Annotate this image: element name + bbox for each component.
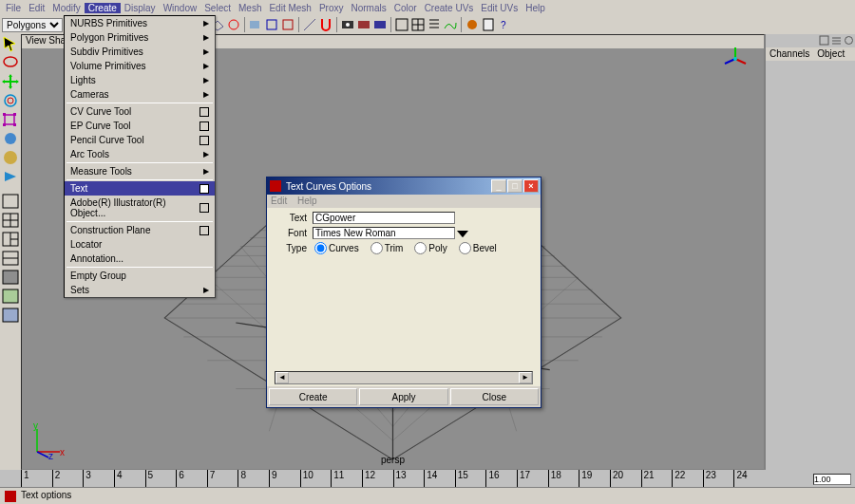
soft-tool-icon[interactable] bbox=[1, 149, 20, 166]
layer-icon[interactable] bbox=[831, 35, 842, 46]
menu-window[interactable]: Window bbox=[160, 3, 201, 13]
channel-icon[interactable] bbox=[819, 35, 829, 46]
timeline-frame[interactable]: 9 bbox=[269, 470, 300, 487]
object-tab[interactable]: Object bbox=[817, 48, 845, 60]
layout4-icon[interactable] bbox=[410, 17, 426, 32]
view6-icon[interactable] bbox=[1, 288, 20, 305]
timeline-frame[interactable]: 17 bbox=[517, 470, 548, 487]
type-radio-trim[interactable]: Trim bbox=[370, 242, 404, 254]
ipr-icon[interactable] bbox=[356, 17, 371, 32]
menu-item-pencil-curve-tool[interactable]: Pencil Curve Tool bbox=[65, 133, 215, 147]
timeline-frame[interactable]: 15 bbox=[455, 470, 486, 487]
menu-item-cameras[interactable]: Cameras▶ bbox=[65, 87, 215, 102]
history-icon[interactable] bbox=[248, 17, 263, 32]
move-tool-icon[interactable] bbox=[1, 73, 20, 90]
menu-create[interactable]: Create bbox=[85, 3, 121, 13]
view3-icon[interactable] bbox=[1, 231, 20, 248]
view-compass-icon[interactable] bbox=[721, 45, 750, 73]
timeline-frame[interactable]: 3 bbox=[83, 470, 114, 487]
attr-icon[interactable] bbox=[844, 35, 854, 46]
timeline-frame[interactable]: 22 bbox=[672, 470, 703, 487]
timeline-frame[interactable]: 12 bbox=[362, 470, 393, 487]
menu-select[interactable]: Select bbox=[200, 3, 235, 13]
outliner-icon[interactable] bbox=[427, 17, 442, 32]
timeline-frame[interactable]: 5 bbox=[145, 470, 177, 487]
dialog-hscrollbar[interactable]: ◄ ► bbox=[275, 371, 533, 384]
menu-item-text[interactable]: Text bbox=[65, 181, 215, 196]
option-box-icon[interactable] bbox=[200, 107, 209, 117]
scroll-right-icon[interactable]: ► bbox=[519, 372, 532, 383]
menu-help[interactable]: Help bbox=[522, 3, 549, 13]
menu-item-measure-tools[interactable]: Measure Tools▶ bbox=[65, 164, 215, 178]
menu-mesh[interactable]: Mesh bbox=[235, 3, 265, 13]
time-slider[interactable]: 123456789101112131415161718192021222324 bbox=[21, 470, 765, 487]
timeline-frame[interactable]: 2 bbox=[52, 470, 84, 487]
timeline-frame[interactable]: 6 bbox=[176, 470, 207, 487]
menu-proxy[interactable]: Proxy bbox=[315, 3, 348, 13]
timeline-frame[interactable]: 23 bbox=[703, 470, 734, 487]
type-radio-poly[interactable]: Poly bbox=[414, 242, 446, 254]
rotate-tool-icon[interactable] bbox=[1, 92, 20, 109]
four-view-icon[interactable] bbox=[1, 212, 20, 229]
timeline-frame[interactable]: 7 bbox=[207, 470, 238, 487]
menu-create-uvs[interactable]: Create UVs bbox=[421, 3, 478, 13]
menu-file[interactable]: File bbox=[2, 3, 25, 13]
menu-edit[interactable]: Edit bbox=[25, 3, 48, 13]
scroll-left-icon[interactable]: ◄ bbox=[276, 372, 289, 383]
option-box-icon[interactable] bbox=[200, 226, 209, 235]
close-button[interactable]: Close bbox=[450, 388, 539, 405]
timeline-frame[interactable]: 4 bbox=[114, 470, 145, 487]
script-output-icon[interactable] bbox=[4, 490, 17, 503]
help-icon[interactable]: ? bbox=[497, 17, 512, 32]
graph-editor-icon[interactable] bbox=[443, 17, 458, 32]
timeline-frame[interactable]: 13 bbox=[393, 470, 425, 487]
menu-modify[interactable]: Modify bbox=[48, 3, 84, 13]
timeline-frame[interactable]: 20 bbox=[610, 470, 641, 487]
lasso-tool-icon[interactable] bbox=[1, 54, 20, 71]
timeline-frame[interactable]: 16 bbox=[485, 470, 517, 487]
manip-tool-icon[interactable] bbox=[1, 130, 20, 147]
menu-color[interactable]: Color bbox=[390, 3, 421, 13]
menu-item-locator[interactable]: Locator bbox=[65, 237, 215, 252]
menu-item-nurbs-primitives[interactable]: NURBS Primitives▶ bbox=[65, 16, 215, 30]
option-box-icon[interactable] bbox=[200, 121, 209, 131]
menu-item-subdiv-primitives[interactable]: Subdiv Primitives▶ bbox=[65, 45, 215, 59]
scale-tool-icon[interactable] bbox=[1, 111, 20, 128]
create-button[interactable]: Create bbox=[269, 388, 357, 405]
channels-tab[interactable]: Channels bbox=[770, 48, 809, 60]
timeline-frame[interactable]: 8 bbox=[238, 470, 269, 487]
type-radio-curves[interactable]: Curves bbox=[314, 242, 359, 254]
text-input[interactable] bbox=[313, 212, 455, 224]
option-box-icon[interactable] bbox=[200, 203, 209, 213]
timeline-frame[interactable]: 11 bbox=[331, 470, 362, 487]
menu-item-lights[interactable]: Lights▶ bbox=[65, 73, 215, 87]
apply-button[interactable]: Apply bbox=[359, 388, 447, 405]
magnet-icon[interactable] bbox=[318, 17, 333, 32]
dialog-edit-menu[interactable]: Edit bbox=[271, 196, 287, 206]
output-icon[interactable] bbox=[280, 17, 295, 32]
font-dropdown-icon[interactable] bbox=[457, 228, 468, 239]
menu-edit-uvs[interactable]: Edit UVs bbox=[477, 3, 522, 13]
current-frame-input[interactable] bbox=[813, 474, 851, 485]
view7-icon[interactable] bbox=[1, 307, 20, 324]
timeline-frame[interactable]: 24 bbox=[733, 470, 765, 487]
timeline-frame[interactable]: 14 bbox=[424, 470, 455, 487]
font-input[interactable] bbox=[313, 227, 455, 239]
dialog-titlebar[interactable]: Text Curves Options _ □ × bbox=[267, 177, 541, 195]
menu-item-polygon-primitives[interactable]: Polygon Primitives▶ bbox=[65, 30, 215, 45]
menu-item-construction-plane[interactable]: Construction Plane bbox=[65, 223, 215, 237]
input-icon[interactable] bbox=[264, 17, 279, 32]
menu-item-annotation-[interactable]: Annotation... bbox=[65, 252, 215, 266]
menu-item-sets[interactable]: Sets▶ bbox=[65, 283, 215, 297]
layout1-icon[interactable] bbox=[394, 17, 409, 32]
timeline-frame[interactable]: 1 bbox=[21, 470, 52, 487]
minimize-button[interactable]: _ bbox=[491, 179, 506, 193]
maximize-button[interactable]: □ bbox=[507, 179, 522, 193]
timeline-frame[interactable]: 21 bbox=[641, 470, 673, 487]
menu-item-volume-primitives[interactable]: Volume Primitives▶ bbox=[65, 59, 215, 73]
timeline-frame[interactable]: 19 bbox=[579, 470, 610, 487]
render-icon[interactable] bbox=[340, 17, 355, 32]
view4-icon[interactable] bbox=[1, 250, 20, 267]
option-box-icon[interactable] bbox=[200, 184, 209, 194]
select-tool-icon[interactable] bbox=[1, 35, 20, 52]
